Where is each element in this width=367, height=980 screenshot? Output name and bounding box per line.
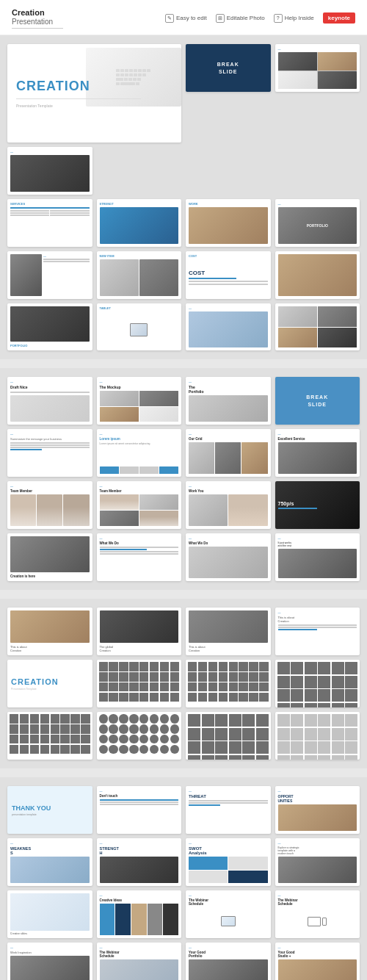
- tag: —: [43, 254, 90, 258]
- icon-grid: [186, 660, 271, 704]
- bar: [10, 212, 49, 214]
- img: [228, 494, 267, 526]
- icon: [119, 682, 128, 691]
- s4-r4-s4: — Your GoodStudio +: [275, 943, 360, 980]
- person: [37, 494, 62, 526]
- s2-slide-3-content: — ThePortfolio: [186, 377, 271, 425]
- bar: [43, 259, 90, 260]
- icon: [277, 714, 290, 727]
- content: — The WebinarSchedule: [186, 890, 271, 938]
- bar: [278, 508, 318, 509]
- icon: [259, 693, 268, 702]
- icon: [70, 735, 79, 743]
- icon: [129, 672, 138, 681]
- slide-14: TABLET: [97, 303, 182, 351]
- icon: [198, 662, 207, 671]
- text: Our Grid: [189, 437, 268, 441]
- icon: [291, 755, 303, 760]
- slide-14-body: [100, 311, 179, 348]
- s2-r3-s1: — Team Member: [7, 481, 92, 529]
- icon: [99, 672, 108, 681]
- content: — SWOTAnalysis: [186, 838, 271, 886]
- content: — What We Do: [97, 533, 182, 581]
- bar: [100, 553, 179, 555]
- icon: [318, 662, 330, 674]
- edit-icon: ✎: [165, 14, 174, 23]
- img: [10, 893, 90, 931]
- bars: [278, 624, 357, 652]
- s2-row-2: — Summarize the message your business — …: [7, 429, 360, 477]
- icon: [219, 662, 228, 671]
- grid: [189, 442, 268, 474]
- img: [100, 259, 139, 296]
- cell: [241, 442, 267, 474]
- slide-10-body: [100, 259, 179, 296]
- key: [129, 73, 133, 76]
- icon: [277, 662, 290, 674]
- icon: [109, 735, 117, 743]
- img-cell: [278, 52, 317, 70]
- icon: [202, 755, 214, 760]
- text: The WebinarSchedule: [278, 898, 357, 906]
- icon: [109, 682, 117, 691]
- color-swatch: [115, 904, 131, 935]
- slide-12-content: [275, 251, 360, 299]
- icon: [10, 745, 18, 754]
- icon: [40, 735, 49, 743]
- section-4: THANK YOU presentation template — Don't …: [0, 777, 367, 980]
- slide-3: —: [275, 44, 360, 92]
- slide-5-tag: SERVICES: [10, 202, 90, 206]
- content: — Summarize the message your business: [7, 429, 92, 477]
- tag: —: [100, 893, 179, 897]
- bar: [50, 215, 89, 216]
- slide-4: —: [7, 147, 92, 195]
- icon: [160, 745, 169, 754]
- bar: [100, 799, 179, 801]
- bar: [159, 466, 178, 474]
- tag: —: [100, 484, 179, 488]
- slide-3-tag: —: [278, 47, 357, 51]
- icon: [291, 676, 303, 688]
- tag: —: [10, 484, 90, 488]
- color-swatch: [148, 904, 163, 935]
- content: This is aboutCreation: [7, 608, 92, 655]
- swot-w: [228, 857, 267, 869]
- icon: [109, 672, 117, 681]
- slide-16: [275, 303, 360, 351]
- text: This is aboutCreation: [278, 616, 357, 623]
- icon: [345, 714, 357, 727]
- icon: [40, 724, 49, 733]
- bar: [189, 804, 220, 806]
- icon: [291, 741, 303, 754]
- icon: [229, 728, 241, 741]
- cell: [318, 306, 357, 327]
- icon: [188, 682, 197, 691]
- icon: [20, 724, 29, 733]
- cell: [100, 407, 139, 422]
- s4-row-3: Creative slides — Creative Ideas — The W…: [7, 890, 360, 938]
- bar: [10, 449, 42, 450]
- icon: [20, 714, 29, 723]
- icon-grid: [97, 712, 182, 756]
- icon: [20, 735, 29, 743]
- icon: [318, 755, 330, 760]
- tag: —: [100, 432, 179, 436]
- tag: —: [278, 893, 357, 897]
- icon: [277, 728, 290, 741]
- slide-6-img: [100, 207, 179, 244]
- text: Your GoodStudio +: [278, 951, 357, 958]
- text: What We Do: [100, 541, 179, 545]
- content: Creative slides: [7, 890, 92, 938]
- icon: [345, 741, 357, 754]
- icon: [60, 745, 69, 754]
- content: This is aboutCreation: [186, 608, 271, 655]
- product-subtitle: Presentation: [12, 18, 63, 26]
- icon: [305, 728, 317, 741]
- text: Team Member: [10, 489, 90, 493]
- s2-slide-1-content: — Draft Nice: [7, 377, 92, 425]
- icon: [81, 714, 90, 723]
- key: [125, 73, 128, 76]
- key: [129, 69, 133, 72]
- icon: [109, 662, 117, 671]
- s2-r2-s4: — Excellent Service: [275, 429, 360, 477]
